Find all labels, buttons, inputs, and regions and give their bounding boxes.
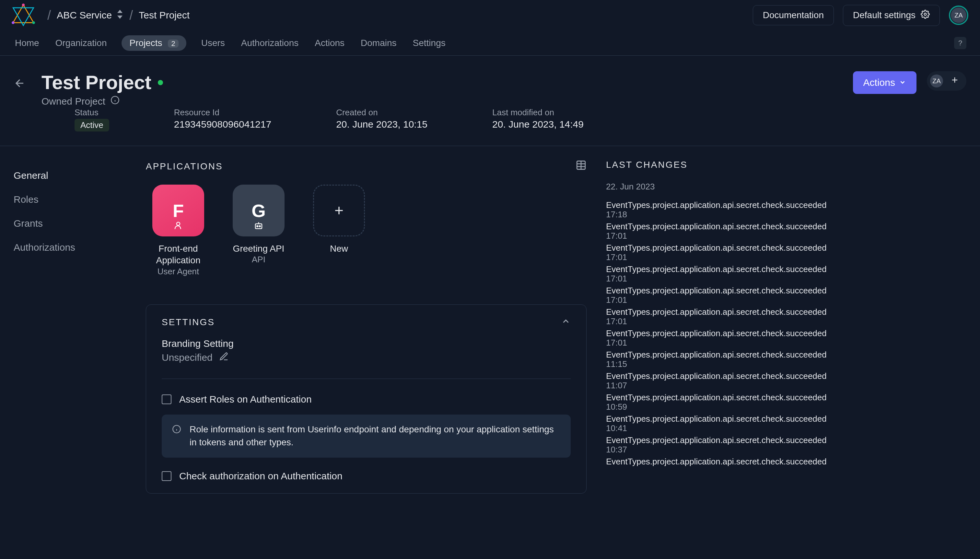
app-type: API [252, 255, 265, 265]
app-name: Greeting API [233, 243, 285, 255]
change-event: EventTypes.project.application.api.secre… [606, 414, 833, 424]
settings-heading: SETTINGS [162, 317, 215, 327]
change-item[interactable]: EventTypes.project.application.api.secre… [606, 392, 833, 412]
info-icon [172, 424, 181, 438]
change-item[interactable]: EventTypes.project.application.api.secre… [606, 264, 833, 284]
assert-roles-checkbox[interactable] [162, 394, 171, 404]
change-event: EventTypes.project.application.api.secre… [606, 456, 833, 467]
breadcrumb-separator: / [47, 8, 51, 23]
app-initial: F [173, 200, 184, 221]
collapse-toggle[interactable] [561, 316, 571, 328]
status-dot-icon [158, 80, 163, 85]
sidebar-item-authorizations[interactable]: Authorizations [13, 235, 113, 260]
change-item[interactable]: EventTypes.project.application.api.secre… [606, 243, 833, 262]
resource-id-label: Resource Id [174, 108, 271, 117]
change-item[interactable]: EventTypes.project.application.api.secre… [606, 222, 833, 241]
info-text: Role information is sent from Userinfo e… [189, 423, 560, 449]
app-tile-greeting-api[interactable]: G Greeting API API [226, 185, 291, 276]
status-badge: Active [75, 119, 109, 131]
change-time: 17:01 [606, 316, 833, 326]
edit-branding-button[interactable] [219, 352, 229, 364]
app-tile-new[interactable]: New [307, 185, 371, 276]
sidebar-item-general[interactable]: General [13, 164, 113, 187]
actions-button[interactable]: Actions [853, 71, 917, 94]
main-nav: Home Organization Projects 2 Users Autho… [0, 30, 980, 56]
new-app-label: New [330, 243, 348, 255]
documentation-label: Documentation [763, 10, 824, 20]
user-agent-icon [173, 220, 183, 233]
project-header: Test Project Owned Project Actions ZA [0, 56, 980, 111]
nav-projects[interactable]: Projects 2 [121, 35, 186, 51]
nav-actions[interactable]: Actions [313, 35, 346, 51]
created-on-label: Created on [336, 108, 428, 117]
help-button[interactable]: ? [954, 37, 967, 49]
nav-authorizations[interactable]: Authorizations [240, 35, 300, 51]
branding-label: Branding Setting [162, 338, 571, 349]
contributor-avatar[interactable]: ZA [930, 74, 943, 88]
change-item[interactable]: EventTypes.project.application.api.secre… [606, 328, 833, 348]
change-event: EventTypes.project.application.api.secre… [606, 392, 833, 403]
page-title: Test Project [41, 71, 151, 94]
plus-icon [333, 200, 345, 221]
nav-projects-count: 2 [168, 40, 178, 48]
info-icon[interactable] [111, 96, 119, 107]
sidebar-item-roles[interactable]: Roles [13, 187, 113, 212]
nav-home[interactable]: Home [13, 35, 40, 51]
table-view-toggle[interactable] [575, 160, 587, 173]
change-item[interactable]: EventTypes.project.application.api.secre… [606, 350, 833, 369]
back-button[interactable] [13, 77, 26, 92]
change-event: EventTypes.project.application.api.secre… [606, 264, 833, 275]
svg-point-15 [177, 222, 180, 225]
nav-organization[interactable]: Organization [54, 35, 108, 51]
app-tile-frontend[interactable]: F Front-end Application User Agent [146, 185, 211, 276]
modified-on-value: 20. June 2023, 14:49 [492, 119, 584, 130]
change-item[interactable]: EventTypes.project.application.api.secre… [606, 307, 833, 326]
nav-users[interactable]: Users [200, 35, 226, 51]
created-on-value: 20. June 2023, 10:15 [336, 119, 428, 130]
sort-icon [116, 10, 123, 21]
change-time: 17:01 [606, 252, 833, 262]
change-event: EventTypes.project.application.api.secre… [606, 435, 833, 445]
assert-roles-row[interactable]: Assert Roles on Authentication [162, 394, 571, 405]
check-auth-label: Check authorization on Authentication [179, 471, 343, 481]
app-logo[interactable] [12, 3, 35, 27]
add-contributor-button[interactable] [950, 76, 959, 87]
check-auth-row[interactable]: Check authorization on Authentication [162, 471, 571, 481]
nav-settings[interactable]: Settings [411, 35, 447, 51]
change-event: EventTypes.project.application.api.secre… [606, 371, 833, 381]
svg-point-4 [12, 22, 15, 24]
breadcrumb-project[interactable]: Test Project [139, 10, 189, 21]
documentation-button[interactable]: Documentation [753, 5, 834, 25]
info-banner: Role information is sent from Userinfo e… [162, 415, 571, 458]
change-time: 11:15 [606, 359, 833, 369]
change-time: 10:41 [606, 423, 833, 433]
breadcrumb-org-label: ABC Service [57, 10, 112, 21]
last-changes-panel: LAST CHANGES 22. Jun 2023 EventTypes.pro… [606, 156, 852, 494]
check-auth-checkbox[interactable] [162, 471, 171, 481]
change-time: 11:07 [606, 380, 833, 390]
change-time: 17:01 [606, 295, 833, 305]
applications-heading: APPLICATIONS [146, 161, 223, 172]
breadcrumb-org[interactable]: ABC Service [57, 10, 123, 21]
status-label: Status [75, 108, 109, 117]
change-item[interactable]: EventTypes.project.application.api.secre… [606, 435, 833, 455]
gear-icon [921, 10, 930, 21]
app-name: Front-end Application [146, 243, 211, 266]
change-item[interactable]: EventTypes.project.application.api.secre… [606, 286, 833, 305]
change-event: EventTypes.project.application.api.secre… [606, 222, 833, 232]
chevron-down-icon [899, 77, 906, 88]
change-item[interactable]: EventTypes.project.application.api.secre… [606, 200, 833, 220]
change-item[interactable]: EventTypes.project.application.api.secre… [606, 456, 833, 467]
default-settings-button[interactable]: Default settings [843, 5, 940, 26]
nav-domains[interactable]: Domains [360, 35, 398, 51]
profile-avatar[interactable]: ZA [949, 5, 968, 25]
change-event: EventTypes.project.application.api.secre… [606, 200, 833, 210]
svg-point-2 [22, 3, 25, 7]
change-item[interactable]: EventTypes.project.application.api.secre… [606, 371, 833, 390]
sidebar-item-grants[interactable]: Grants [13, 212, 113, 235]
change-item[interactable]: EventTypes.project.application.api.secre… [606, 414, 833, 433]
branding-value: Unspecified [162, 352, 212, 363]
breadcrumb-separator: / [129, 8, 133, 23]
resource-id-value: 219345908096041217 [174, 119, 271, 130]
actions-button-label: Actions [863, 77, 895, 88]
